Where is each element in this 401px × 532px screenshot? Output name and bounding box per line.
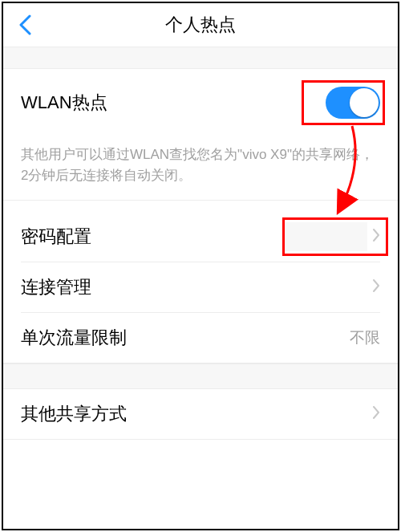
wlan-hotspot-toggle[interactable] (326, 87, 380, 119)
back-button[interactable] (13, 13, 37, 37)
chevron-right-icon (372, 228, 380, 246)
wlan-hotspot-row: WLAN热点 (3, 69, 398, 136)
password-config-label: 密码配置 (21, 225, 91, 249)
chevron-right-icon (372, 405, 380, 423)
data-limit-label: 单次流量限制 (21, 326, 127, 350)
chevron-left-icon (18, 14, 31, 35)
spacer (3, 201, 398, 212)
connection-mgmt-label: 连接管理 (21, 275, 91, 299)
divider (3, 439, 398, 440)
chevron-right-icon (372, 278, 380, 296)
wlan-hotspot-label: WLAN热点 (21, 91, 107, 115)
page-title: 个人热点 (165, 13, 236, 37)
connection-mgmt-row[interactable]: 连接管理 (3, 262, 398, 312)
section-gap (3, 47, 398, 69)
password-value-blurred (282, 222, 367, 251)
other-share-row[interactable]: 其他共享方式 (3, 389, 398, 439)
hotspot-help-text: 其他用户可以通过WLAN查找您名为"vivo X9"的共享网络，2分钟后无连接将… (3, 136, 398, 201)
data-limit-row[interactable]: 单次流量限制 不限 (3, 313, 398, 363)
other-share-label: 其他共享方式 (21, 402, 127, 426)
password-config-row[interactable]: 密码配置 (3, 212, 398, 262)
toggle-knob (350, 88, 379, 117)
section-gap (3, 363, 398, 389)
data-limit-value: 不限 (350, 327, 380, 348)
